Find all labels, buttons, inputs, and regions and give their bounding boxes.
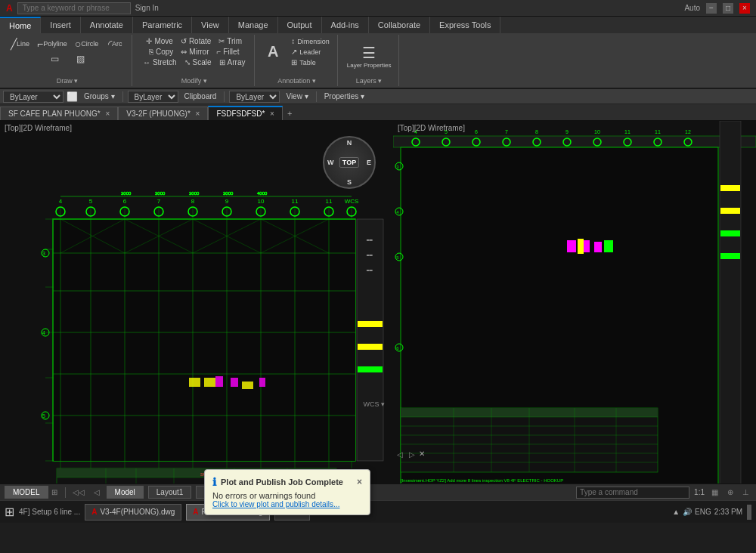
line-button[interactable]: ╱ Line: [8, 36, 33, 51]
svg-text:7: 7: [157, 198, 161, 205]
text-button[interactable]: A: [261, 42, 285, 62]
group-icon: ⬜: [67, 91, 78, 102]
start-button[interactable]: ⊞: [5, 505, 14, 519]
trim-button[interactable]: ✂ Trim: [215, 36, 245, 46]
right-panel-green-b: [720, 253, 740, 259]
app-title: Auto: [684, 4, 700, 12]
hatch-button[interactable]: ▨: [68, 52, 92, 66]
language-label: ENG: [695, 508, 711, 516]
doc-tab-fsd-close[interactable]: ×: [270, 110, 274, 118]
title-search-input[interactable]: [17, 2, 131, 14]
tab-view[interactable]: View: [192, 17, 229, 33]
svg-rect-136: [604, 240, 613, 252]
stretch-button[interactable]: ↔ Stretch: [140, 57, 180, 67]
svg-text:5: 5: [89, 198, 93, 205]
model-tab[interactable]: MODEL: [5, 486, 48, 499]
taskbar-item-v3-4f[interactable]: A V3-4F(PHUONG).dwg: [85, 504, 181, 521]
grid-toggle[interactable]: ▦: [709, 487, 720, 497]
tab-collaborate[interactable]: Collaborate: [369, 17, 430, 33]
rectangle-button[interactable]: ▭: [42, 52, 67, 66]
svg-text:3000: 3000: [155, 191, 166, 196]
right-panel-green: [358, 366, 383, 372]
tab-annotate[interactable]: Annotate: [81, 17, 133, 33]
layer-properties-button[interactable]: ☰ Layer Properties: [344, 42, 395, 70]
separator-1: [122, 91, 123, 102]
minimize-button[interactable]: −: [706, 3, 717, 14]
zoom-level: 1:1: [694, 488, 705, 496]
scale-button[interactable]: ⤡ Scale: [181, 57, 215, 67]
nav-prev-prev[interactable]: ◁◁: [70, 487, 87, 497]
layout-model-tab[interactable]: Model: [107, 486, 144, 499]
layer-dropdown-1[interactable]: ByLayer: [3, 91, 64, 103]
document-tab-bar: SF CAFE PLAN PHUONG* × V3-2F (PHUONG)* ×…: [0, 104, 756, 121]
signin-button[interactable]: Sign In: [135, 4, 159, 12]
restore-button[interactable]: □: [723, 3, 733, 14]
move-button[interactable]: ✛ Move: [143, 36, 175, 46]
ribbon: Home Insert Annotate Parametric View Man…: [0, 17, 756, 89]
table-button[interactable]: ⊞ Table: [288, 57, 333, 67]
mirror-icon: ⇔: [181, 48, 187, 56]
command-input[interactable]: [576, 487, 689, 499]
doc-tab-sf-label: SF CAFE PLAN PHUONG*: [8, 110, 101, 118]
ribbon-content: ╱ Line ⌐ Polyline ○ Circle ◜ Arc: [0, 33, 756, 88]
svg-text:9: 9: [565, 129, 569, 134]
doc-tab-v3-2f[interactable]: V3-2F (PHUONG)* ×: [118, 107, 208, 120]
scroll-right-btn[interactable]: ▷: [407, 450, 417, 459]
layer-dropdown-3[interactable]: ByLayer: [229, 91, 280, 103]
layout1-tab[interactable]: Layout1: [148, 486, 192, 499]
nav-prev[interactable]: ◁: [91, 487, 102, 497]
notification-header: ℹ Plot and Publish Job Complete ×: [212, 476, 362, 488]
draw-group-label[interactable]: Draw ▾: [57, 76, 79, 85]
tab-output[interactable]: Output: [278, 17, 322, 33]
snap-toggle[interactable]: ⊕: [725, 487, 736, 497]
circle-label: Circle: [81, 40, 98, 48]
mirror-button[interactable]: ⇔ Mirror: [178, 47, 212, 57]
scroll-left-btn[interactable]: ◁: [395, 450, 405, 459]
paste-button[interactable]: Clipboard: [181, 91, 220, 101]
svg-rect-135: [578, 239, 584, 254]
array-button[interactable]: ⊞ Array: [216, 57, 249, 67]
tab-parametric[interactable]: Parametric: [133, 17, 192, 33]
close-button[interactable]: ×: [739, 3, 750, 14]
clipboard-button[interactable]: [389, 96, 395, 97]
dimension-button[interactable]: ↕ Dimension: [288, 36, 333, 46]
view-button[interactable]: [398, 96, 404, 97]
ortho-toggle[interactable]: ⊥: [740, 487, 751, 497]
measure-button[interactable]: Groups ▾: [81, 91, 118, 101]
polyline-button[interactable]: ⌐ Polyline: [34, 36, 70, 51]
arc-label: Arc: [112, 40, 122, 48]
leader-button[interactable]: ↗ Leader: [288, 47, 333, 57]
fillet-button[interactable]: ⌐ Fillet: [213, 47, 242, 57]
doc-tab-fsdfsdfsd[interactable]: FSDFSDFSD* ×: [208, 106, 283, 120]
base-button[interactable]: View ▾: [283, 91, 311, 101]
svg-text:3000: 3000: [223, 191, 234, 196]
arc-button[interactable]: ◜ Arc: [103, 36, 127, 51]
wcs-label[interactable]: WCS ▾: [364, 400, 386, 408]
doc-tab-v3-close[interactable]: ×: [196, 110, 200, 118]
tab-expresstools[interactable]: Express Tools: [430, 17, 500, 33]
tab-insert[interactable]: Insert: [41, 17, 81, 33]
svg-rect-132: [567, 240, 576, 252]
circle-button[interactable]: ○ Circle: [72, 36, 101, 51]
leader-icon: ↗: [291, 48, 297, 56]
doc-tab-sf-close[interactable]: ×: [105, 110, 110, 118]
tab-addins[interactable]: Add-ins: [322, 17, 369, 33]
show-desktop-btn[interactable]: [747, 505, 751, 520]
tab-add-button[interactable]: +: [283, 107, 296, 120]
tab-manage[interactable]: Manage: [229, 17, 278, 33]
status-bar: MODEL ⊞ ◁◁ ◁ Model Layout1 Layout2 ▷ + 🔒…: [0, 483, 756, 500]
notification-link[interactable]: Click to view plot and publish details..…: [212, 500, 362, 508]
svg-text:9: 9: [225, 198, 229, 205]
notification-close-button[interactable]: ×: [357, 477, 362, 487]
doc-tab-sf-cafe[interactable]: SF CAFE PLAN PHUONG* ×: [0, 107, 118, 120]
annotation-group-label[interactable]: Annotation ▾: [277, 76, 316, 85]
modify-group-label[interactable]: Modify ▾: [181, 76, 207, 85]
groups-button[interactable]: [370, 96, 376, 97]
layer-dropdown-2[interactable]: ByLayer: [128, 91, 178, 103]
layers-group-label[interactable]: Layers ▾: [356, 76, 383, 85]
tab-home[interactable]: Home: [0, 17, 41, 33]
rotate-button[interactable]: ↺ Rotate: [178, 36, 214, 46]
copy-button[interactable]: ⎘ Copy: [146, 47, 176, 57]
properties-button[interactable]: Properties ▾: [321, 91, 367, 101]
utilities-button[interactable]: [380, 96, 386, 97]
